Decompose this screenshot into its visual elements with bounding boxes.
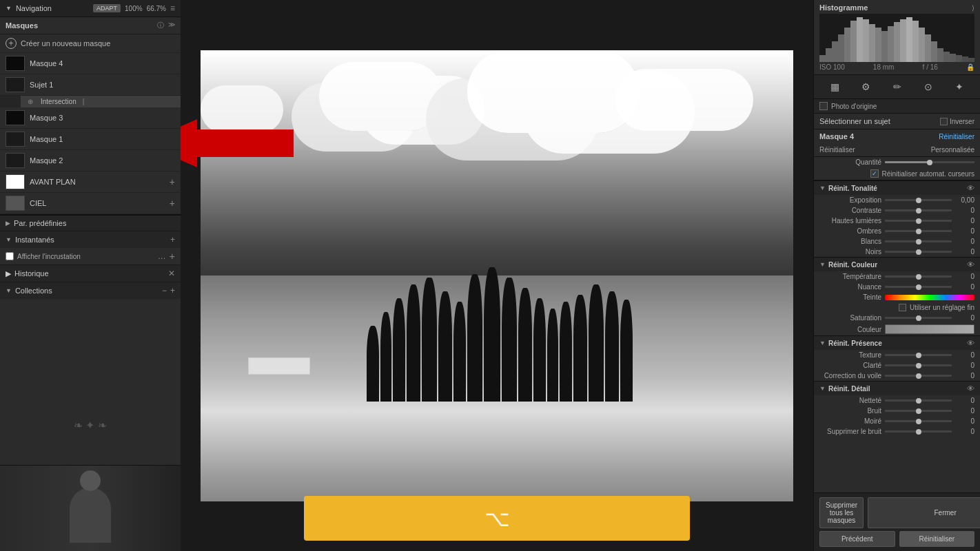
presence-header[interactable]: ▼ Réinit. Présence 👁 (814, 336, 980, 350)
ombres-slider[interactable] (885, 230, 952, 232)
instantanes-add-icon[interactable]: + (170, 235, 175, 245)
tonalite-eye-icon[interactable]: 👁 (967, 184, 974, 192)
mask-item-masque3[interactable]: Masque 3 (0, 107, 181, 129)
collections-header[interactable]: ▼ Collections − + (0, 282, 181, 299)
supprimer-masques-button[interactable]: Supprimer tous les masques (819, 497, 864, 528)
historique-close-icon[interactable]: ✕ (168, 269, 175, 278)
bruit-slider[interactable] (885, 410, 952, 412)
inverser-button[interactable]: Inverser (940, 118, 974, 125)
supprimer-bruit-slider[interactable] (885, 430, 952, 433)
contraste-label: Contraste (819, 207, 881, 214)
tool-brush-icon[interactable]: ✏ (889, 79, 906, 95)
tree-17 (605, 291, 619, 402)
photo-origin-checkbox[interactable] (819, 102, 828, 110)
create-mask-button[interactable]: + Créer un nouveau masque (0, 34, 181, 53)
temperature-slider[interactable] (885, 276, 952, 278)
instantanes-tri-icon: ▼ (6, 236, 12, 243)
personnalise-btn[interactable]: Personnalisée (931, 146, 974, 154)
nav-collapse-icon[interactable]: ▼ (6, 5, 12, 12)
incrustation-add-icon[interactable]: + (170, 251, 175, 262)
blancs-slider[interactable] (885, 240, 952, 242)
mask-item-masque2[interactable]: Masque 2 (0, 150, 181, 171)
blancs-label: Blancs (819, 238, 881, 245)
reinit-curseurs-row: Réinitialiser automat. curseurs (814, 167, 980, 180)
histogram-expand-icon[interactable]: ⟩ (972, 4, 974, 12)
incrustation-more-icon[interactable]: … (158, 251, 166, 261)
svg-rect-24 (956, 55, 962, 62)
correction-voile-row: Correction du voile 0 (814, 371, 980, 381)
presence-title: Réinit. Présence (828, 340, 964, 347)
tool-color-icon[interactable]: ⊙ (920, 79, 937, 95)
ciel-plus-icon[interactable]: + (170, 198, 175, 209)
cloud-2 (467, 50, 640, 133)
masques-icons: ⓘ ≫ (157, 21, 175, 30)
nettete-slider[interactable] (885, 399, 952, 402)
masques-expand-icon[interactable]: ≫ (168, 21, 175, 30)
masque4-reinit-btn[interactable]: Réinitialiser (939, 133, 974, 141)
tonalite-header[interactable]: ▼ Réinit. Tonalité 👁 (814, 181, 980, 195)
svg-rect-23 (950, 54, 956, 62)
noirs-slider[interactable] (885, 251, 952, 253)
collections-actions: − + (162, 286, 175, 295)
inverser-checkbox[interactable] (940, 118, 948, 125)
mask-item-sujet1[interactable]: Sujet 1 (0, 74, 181, 96)
mask-item-ciel[interactable]: CIEL + (0, 193, 181, 214)
precedent-button[interactable]: Précédent (819, 531, 895, 547)
mask-item-masque1[interactable]: Masque 1 (0, 129, 181, 150)
histogram-chart (819, 14, 974, 62)
photo-building (248, 357, 310, 375)
teinte-gradient[interactable] (885, 295, 974, 300)
histogram-info: ISO 100 18 mm f / 16 🔒 (819, 63, 974, 71)
historique-header[interactable]: ▶ Historique ✕ (0, 264, 181, 282)
reinit-curseurs-label: Réinitialiser automat. curseurs (882, 170, 975, 178)
exposition-slider[interactable] (885, 199, 952, 201)
instantanes-actions: + (170, 235, 175, 245)
fine-adj-label: Utiliser un réglage fin (910, 304, 974, 311)
couleur-eye-icon[interactable]: 👁 (967, 260, 974, 269)
avantplan-plus-icon[interactable]: + (170, 176, 175, 187)
couleur-swatch[interactable] (885, 324, 974, 334)
presence-eye-icon[interactable]: 👁 (967, 339, 974, 347)
moire-value: 0 (955, 417, 974, 425)
masques-info-icon[interactable]: ⓘ (157, 21, 164, 30)
tool-histogram-icon[interactable]: ▦ (827, 79, 844, 95)
reinit-btn[interactable]: Réinitialiser (819, 146, 855, 154)
tool-develop-icon[interactable]: ⚙ (858, 79, 875, 95)
mask-item-avantplan[interactable]: AVANT PLAN + (0, 171, 181, 193)
quantite-row: Quantité (814, 157, 980, 167)
correction-voile-slider[interactable] (885, 375, 952, 377)
parpredefines-header[interactable]: ▶ Par. prédéfinies (0, 215, 181, 231)
reinit-curseurs-checkbox[interactable] (870, 169, 879, 178)
exposition-row: Exposition 0,00 (814, 195, 980, 205)
saturation-slider[interactable] (885, 317, 952, 319)
moire-slider[interactable] (885, 420, 952, 422)
fermer-button[interactable]: Fermer (868, 497, 980, 528)
historique-title: Historique (14, 269, 165, 278)
nuance-slider[interactable] (885, 286, 952, 288)
blancs-value: 0 (955, 238, 974, 245)
presence-section: ▼ Réinit. Présence 👁 Texture 0 Clarté 0 … (814, 335, 980, 381)
detail-header[interactable]: ▼ Réinit. Détail 👁 (814, 382, 980, 395)
collections-minus-icon[interactable]: − (162, 286, 167, 295)
tree-15 (573, 295, 587, 402)
hautes-lumieres-slider[interactable] (885, 220, 952, 222)
couleur-title: Réinit. Couleur (828, 261, 964, 269)
collections-add-icon[interactable]: + (170, 286, 175, 295)
mask-item-masque4[interactable]: Masque 4 (0, 53, 181, 74)
instantanes-header[interactable]: ▼ Instantanés + (0, 231, 181, 248)
tool-settings-icon[interactable]: ✦ (951, 79, 968, 95)
detail-eye-icon[interactable]: 👁 (967, 384, 974, 393)
reinitialiser-button[interactable]: Réinitialiser (899, 531, 975, 547)
couleur-header[interactable]: ▼ Réinit. Couleur 👁 (814, 258, 980, 271)
nav-expand-icon[interactable]: ≡ (170, 3, 175, 13)
texture-slider[interactable] (885, 354, 952, 356)
clarte-slider[interactable] (885, 364, 952, 366)
contraste-slider[interactable] (885, 209, 952, 211)
tree-4 (407, 284, 420, 402)
svg-rect-22 (943, 52, 950, 62)
intersection-item[interactable]: ⊕ Intersection | (21, 96, 181, 107)
incrustation-checkbox[interactable] (6, 252, 14, 260)
fine-adj-checkbox[interactable] (899, 304, 906, 311)
quantite-slider[interactable] (885, 161, 974, 163)
masque4-label: Masque 4 (819, 132, 935, 141)
